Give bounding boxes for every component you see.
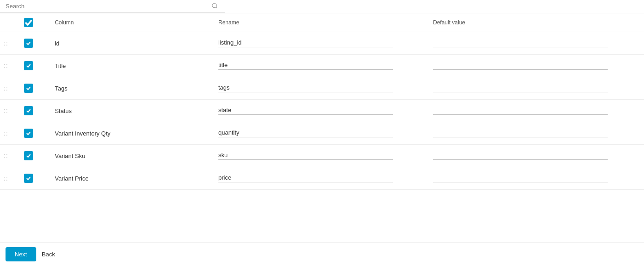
rename-input-4[interactable] [218,129,393,137]
drag-header [0,13,20,32]
drag-handle[interactable]: :: [4,40,8,47]
drag-cell: :: [0,55,20,77]
column-name: Variant Sku [55,153,85,159]
check-cell [20,145,51,167]
column-name-cell: Variant Price [51,167,215,190]
rename-cell [215,167,429,190]
default-input-1[interactable] [433,62,608,70]
drag-handle[interactable]: :: [4,175,8,182]
table-row: :: Variant Price [0,167,644,190]
rename-input-1[interactable] [218,62,393,70]
search-input[interactable] [6,3,143,10]
drag-handle[interactable]: :: [4,62,8,69]
check-cell [20,100,51,122]
table-row: :: id [0,32,644,55]
svg-point-0 [212,3,217,7]
default-input-3[interactable] [433,107,608,115]
row-checkbox-4[interactable] [24,129,33,138]
drag-cell: :: [0,77,20,100]
column-name: Status [55,108,72,114]
svg-line-1 [216,7,217,8]
check-cell [20,77,51,100]
column-name: Tags [55,85,67,92]
rename-cell [215,55,429,77]
default-input-2[interactable] [433,84,608,92]
default-cell [429,100,644,122]
row-checkbox-5[interactable] [24,151,33,160]
column-name: Variant Inventory Qty [55,130,110,137]
default-cell [429,167,644,190]
header-checkbox[interactable] [24,18,33,27]
table-container: Column Rename Default value :: [0,13,644,242]
default-input-6[interactable] [433,174,608,182]
table-row: :: Title [0,55,644,77]
footer-bar: Next Back [0,242,644,266]
rename-cell [215,100,429,122]
table-row: :: Status [0,100,644,122]
default-input-5[interactable] [433,152,608,160]
check-cell [20,167,51,190]
column-name: Variant Price [55,175,88,182]
drag-handle[interactable]: :: [4,152,8,159]
column-name-cell: Variant Inventory Qty [51,122,215,145]
default-cell [429,122,644,145]
search-bar [0,0,225,13]
rename-input-3[interactable] [218,107,393,115]
default-input-4[interactable] [433,129,608,137]
table-header-row: Column Rename Default value [0,13,644,32]
search-icon [211,2,218,10]
rename-input-2[interactable] [218,84,393,92]
column-name: id [55,40,59,47]
rename-input-5[interactable] [218,152,393,160]
check-header [20,13,51,32]
rename-input-6[interactable] [218,174,393,182]
default-cell [429,32,644,55]
columns-table: Column Rename Default value :: [0,13,644,190]
default-input-0[interactable] [433,39,608,47]
check-cell [20,55,51,77]
table-row: :: Variant Sku [0,145,644,167]
rename-cell [215,32,429,55]
default-header: Default value [429,13,644,32]
drag-cell: :: [0,122,20,145]
rename-input-0[interactable] [218,39,393,47]
column-header: Column [51,13,215,32]
table-body: :: id :: [0,32,644,190]
drag-handle[interactable]: :: [4,85,8,92]
column-name-cell: Title [51,55,215,77]
row-checkbox-1[interactable] [24,61,33,70]
drag-cell: :: [0,145,20,167]
next-button[interactable]: Next [6,247,36,261]
drag-handle[interactable]: :: [4,107,8,114]
check-cell [20,122,51,145]
default-cell [429,145,644,167]
check-cell [20,32,51,55]
table-row: :: Tags [0,77,644,100]
drag-cell: :: [0,32,20,55]
drag-handle[interactable]: :: [4,130,8,137]
row-checkbox-6[interactable] [24,174,33,183]
row-checkbox-3[interactable] [24,106,33,115]
column-name-cell: Tags [51,77,215,100]
default-cell [429,77,644,100]
row-checkbox-0[interactable] [24,39,33,48]
drag-cell: :: [0,167,20,190]
row-checkbox-2[interactable] [24,84,33,93]
page-wrapper: Column Rename Default value :: [0,0,644,266]
column-name-cell: id [51,32,215,55]
rename-cell [215,77,429,100]
table-row: :: Variant Inventory Qty [0,122,644,145]
rename-cell [215,145,429,167]
rename-cell [215,122,429,145]
column-name-cell: Variant Sku [51,145,215,167]
column-name-cell: Status [51,100,215,122]
column-name: Title [55,62,66,69]
back-button[interactable]: Back [42,251,55,258]
drag-cell: :: [0,100,20,122]
default-cell [429,55,644,77]
rename-header: Rename [215,13,429,32]
